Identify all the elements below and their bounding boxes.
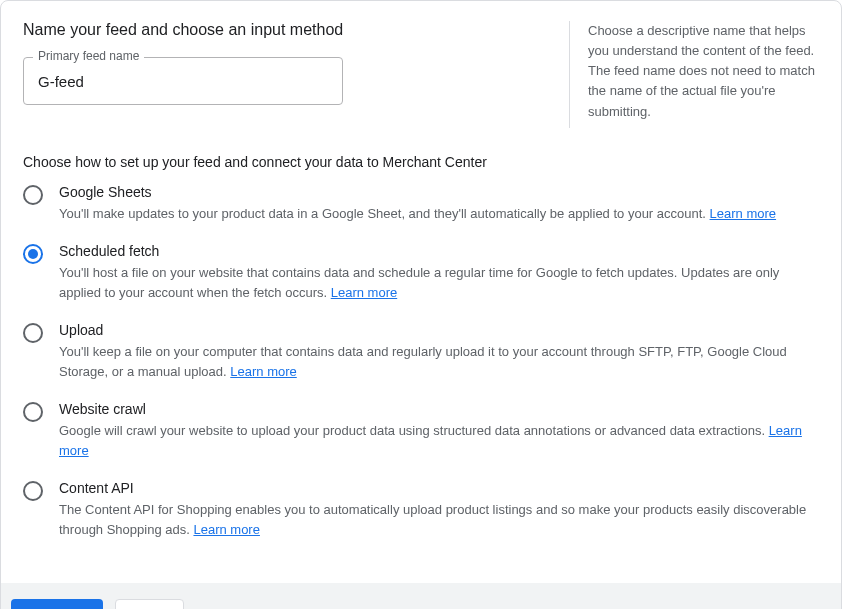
radio-button[interactable] [23,244,43,264]
radio-button[interactable] [23,481,43,501]
option-row: Google SheetsYou'll make updates to your… [23,184,819,224]
option-body: Google SheetsYou'll make updates to your… [59,184,819,224]
option-body: Content APIThe Content API for Shopping … [59,480,819,539]
option-desc-text: The Content API for Shopping enables you… [59,502,806,537]
feed-setup-card: Name your feed and choose an input metho… [0,0,842,609]
option-description: You'll keep a file on your computer that… [59,342,819,381]
option-desc-text: You'll make updates to your product data… [59,206,710,221]
option-description: Google will crawl your website to upload… [59,421,819,460]
option-desc-text: You'll keep a file on your computer that… [59,344,787,379]
back-button[interactable]: Back [115,599,184,609]
option-row: Content APIThe Content API for Shopping … [23,480,819,539]
option-body: UploadYou'll keep a file on your compute… [59,322,819,381]
option-row: Scheduled fetchYou'll host a file on you… [23,243,819,302]
option-title: Website crawl [59,401,819,417]
page-heading: Name your feed and choose an input metho… [23,21,549,39]
feed-name-input-wrap: Primary feed name [23,57,343,105]
option-row: Website crawlGoogle will crawl your webs… [23,401,819,460]
option-title: Google Sheets [59,184,819,200]
feed-name-label: Primary feed name [33,49,144,63]
subheading: Choose how to set up your feed and conne… [23,154,819,170]
learn-more-link[interactable]: Learn more [710,206,776,221]
option-body: Scheduled fetchYou'll host a file on you… [59,243,819,302]
option-row: UploadYou'll keep a file on your compute… [23,322,819,381]
left-column: Name your feed and choose an input metho… [23,21,549,128]
radio-button[interactable] [23,402,43,422]
options-list: Google SheetsYou'll make updates to your… [23,184,819,540]
feed-name-input[interactable] [23,57,343,105]
learn-more-link[interactable]: Learn more [193,522,259,537]
help-text: Choose a descriptive name that helps you… [569,21,819,128]
option-desc-text: Google will crawl your website to upload… [59,423,769,438]
option-title: Upload [59,322,819,338]
radio-button[interactable] [23,323,43,343]
option-description: You'll make updates to your product data… [59,204,819,224]
option-title: Scheduled fetch [59,243,819,259]
footer-bar: Continue Back [1,583,841,609]
learn-more-link[interactable]: Learn more [230,364,296,379]
option-title: Content API [59,480,819,496]
top-row: Name your feed and choose an input metho… [23,21,819,128]
option-desc-text: You'll host a file on your website that … [59,265,779,300]
learn-more-link[interactable]: Learn more [331,285,397,300]
option-body: Website crawlGoogle will crawl your webs… [59,401,819,460]
continue-button[interactable]: Continue [11,599,103,609]
card-content: Name your feed and choose an input metho… [1,1,841,583]
option-description: The Content API for Shopping enables you… [59,500,819,539]
radio-button[interactable] [23,185,43,205]
option-description: You'll host a file on your website that … [59,263,819,302]
